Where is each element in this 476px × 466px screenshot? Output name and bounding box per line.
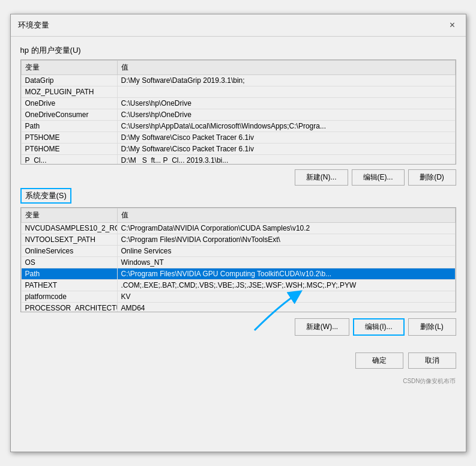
- user-row-var: DataGrip: [21, 75, 117, 86]
- system-row-var: PROCESSOR_ARCHITECTURE: [21, 303, 117, 313]
- user-row-val: D:\My Software\Cisco Packet Tracer 6.1iv: [117, 144, 455, 155]
- user-variables-table: 变量 值 DataGripD:\My Software\DataGrip 201…: [21, 60, 456, 165]
- user-edit-button[interactable]: 编辑(E)...: [352, 169, 405, 186]
- system-row-var: PATHEXT: [21, 280, 117, 291]
- system-row-var: OnlineServices: [21, 246, 117, 257]
- system-table-row[interactable]: PROCESSOR_ARCHITECTUREAMD64: [21, 303, 455, 313]
- user-row-val: C:\Users\hp\AppData\Local\Microsoft\Wind…: [117, 121, 455, 132]
- system-row-val: .COM;.EXE;.BAT;.CMD;.VBS;.VBE;.JS;.JSE;.…: [117, 280, 455, 291]
- user-table-row[interactable]: OneDriveConsumerC:\Users\hp\OneDrive: [21, 109, 455, 121]
- system-row-var: NVCUDASAMPLES10_2_RO...: [21, 223, 117, 234]
- user-row-var: P_Cl...: [21, 155, 117, 165]
- system-table-row[interactable]: OSWindows_NT: [21, 257, 455, 268]
- user-row-val: C:\Users\hp\OneDrive: [117, 98, 455, 109]
- system-row-var: NVTOOLSEXT_PATH: [21, 234, 117, 246]
- user-table-body: DataGripD:\My Software\DataGrip 2019.3.1…: [21, 75, 455, 165]
- environment-variables-dialog: 环境变量 × hp 的用户变量(U) 变量 值 DataGripD:\My So…: [10, 14, 466, 452]
- system-row-var: Path: [21, 268, 117, 280]
- user-table-row[interactable]: PT6HOMED:\My Software\Cisco Packet Trace…: [21, 144, 455, 155]
- system-row-var: platformcode: [21, 291, 117, 303]
- cancel-button[interactable]: 取消: [408, 353, 456, 369]
- system-col-var-header: 变量: [21, 208, 117, 223]
- close-button[interactable]: ×: [447, 19, 459, 31]
- user-table-row[interactable]: MOZ_PLUGIN_PATH: [21, 86, 455, 98]
- system-row-val: AMD64: [117, 303, 455, 313]
- user-button-row: 新建(N)... 编辑(E)... 删除(D): [20, 169, 456, 186]
- user-row-val: D:\My Software\DataGrip 2019.3.1\bin;: [117, 75, 455, 86]
- user-table-row[interactable]: OneDriveC:\Users\hp\OneDrive: [21, 98, 455, 109]
- system-row-var: OS: [21, 257, 117, 268]
- user-row-var: OneDriveConsumer: [21, 109, 117, 121]
- ok-button[interactable]: 确定: [355, 353, 403, 369]
- user-table-row[interactable]: PT5HOMED:\My Software\Cisco Packet Trace…: [21, 132, 455, 144]
- user-variables-table-wrapper: 变量 值 DataGripD:\My Software\DataGrip 201…: [20, 59, 456, 165]
- system-variables-table: 变量 值 NVCUDASAMPLES10_2_RO...C:\ProgramDa…: [21, 208, 456, 312]
- system-section-label: 系统变量(S): [20, 188, 71, 204]
- user-delete-button[interactable]: 删除(D): [408, 169, 456, 186]
- system-button-row: 新建(W)... 编辑(I)... 删除(L): [20, 318, 456, 336]
- user-table-row[interactable]: DataGripD:\My Software\DataGrip 2019.3.1…: [21, 75, 455, 86]
- system-row-val: Online Services: [117, 246, 455, 257]
- system-table-row[interactable]: PATHEXT.COM;.EXE;.BAT;.CMD;.VBS;.VBE;.JS…: [21, 280, 455, 291]
- system-table-row[interactable]: OnlineServicesOnline Services: [21, 246, 455, 257]
- title-bar: 环境变量 ×: [11, 14, 466, 37]
- system-table-body: NVCUDASAMPLES10_2_RO...C:\ProgramData\NV…: [21, 223, 455, 313]
- user-col-val-header: 值: [117, 61, 455, 75]
- user-row-var: MOZ_PLUGIN_PATH: [21, 86, 117, 98]
- system-row-val: C:\Program Files\NVIDIA GPU Computing To…: [117, 268, 455, 280]
- user-row-var: PT6HOME: [21, 144, 117, 155]
- system-delete-button[interactable]: 删除(L): [408, 318, 456, 336]
- system-row-val: Windows_NT: [117, 257, 455, 268]
- system-table-row[interactable]: NVTOOLSEXT_PATHC:\Program Files\NVIDIA C…: [21, 234, 455, 246]
- system-row-val: C:\ProgramData\NVIDIA Corporation\CUDA S…: [117, 223, 455, 234]
- system-col-val-header: 值: [117, 208, 455, 223]
- user-row-var: PT5HOME: [21, 132, 117, 144]
- user-col-var-header: 变量: [21, 61, 117, 75]
- user-section-label: hp 的用户变量(U): [20, 45, 456, 56]
- system-row-val: KV: [117, 291, 455, 303]
- user-table-row[interactable]: P_Cl...D:\M_ S_ft... P_Cl... 2019.3.1\bi…: [21, 155, 455, 165]
- system-table-row[interactable]: NVCUDASAMPLES10_2_RO...C:\ProgramData\NV…: [21, 223, 455, 234]
- system-new-button[interactable]: 新建(W)...: [295, 318, 349, 336]
- bottom-button-row: 确定 取消: [11, 346, 466, 377]
- user-table-row[interactable]: PathC:\Users\hp\AppData\Local\Microsoft\…: [21, 121, 455, 132]
- system-table-row[interactable]: platformcodeKV: [21, 291, 455, 303]
- user-row-var: Path: [21, 121, 117, 132]
- watermark: CSDN仿像安机布币: [11, 377, 466, 388]
- system-row-val: C:\Program Files\NVIDIA Corporation\NvTo…: [117, 234, 455, 246]
- user-row-val: D:\My Software\Cisco Packet Tracer 6.1iv: [117, 132, 455, 144]
- user-row-var: OneDrive: [21, 98, 117, 109]
- user-row-val: C:\Users\hp\OneDrive: [117, 109, 455, 121]
- system-table-row[interactable]: PathC:\Program Files\NVIDIA GPU Computin…: [21, 268, 455, 280]
- user-new-button[interactable]: 新建(N)...: [295, 169, 348, 186]
- system-variables-table-wrapper: 变量 值 NVCUDASAMPLES10_2_RO...C:\ProgramDa…: [20, 207, 456, 312]
- dialog-title: 环境变量: [18, 20, 49, 31]
- dialog-body: hp 的用户变量(U) 变量 值 DataGripD:\My Software\…: [11, 37, 466, 346]
- user-row-val: D:\M_ S_ft... P_Cl... 2019.3.1\bi...: [117, 155, 455, 165]
- user-row-val: [117, 86, 455, 98]
- system-edit-button[interactable]: 编辑(I)...: [353, 318, 404, 336]
